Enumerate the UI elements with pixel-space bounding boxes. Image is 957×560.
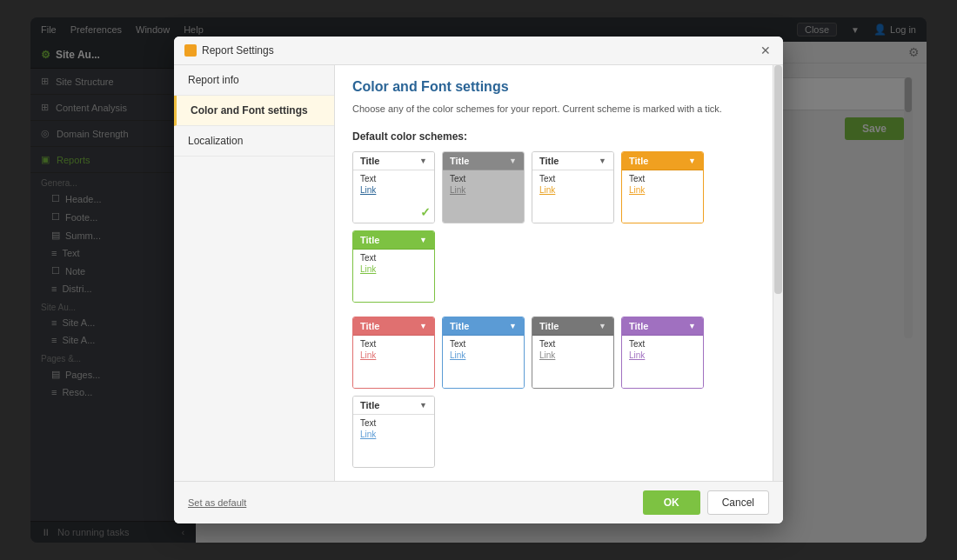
dropdown-icon-10: ▼ [419,401,427,410]
scheme-card-5[interactable]: Title ▼ Text Link [352,230,435,303]
scheme-card-10[interactable]: Title ▼ Text Link [352,396,435,468]
scheme-card-4[interactable]: Title ▼ Text Link [621,151,704,223]
default-schemes-label: Default color schemes: [352,130,755,143]
orange-box-icon [184,44,197,57]
modal-description: Choose any of the color schemes for your… [352,102,755,117]
modal-body: Report info Color and Font settings Loca… [174,65,783,481]
ok-button[interactable]: OK [643,490,700,515]
dropdown-icon-6: ▼ [419,322,427,330]
modal-heading: Color and Font settings [352,79,755,95]
scheme-card-2[interactable]: Title ▼ Text Link [442,151,525,223]
modal-titlebar: Report Settings ✕ [174,37,783,65]
modal-nav-report-info[interactable]: Report info [174,65,334,96]
dropdown-icon-3: ▼ [599,157,606,165]
modal-nav-localization[interactable]: Localization [174,126,334,157]
dropdown-icon-5: ▼ [419,236,427,244]
set-as-default-link[interactable]: Set as default [188,497,246,508]
report-settings-modal: Report Settings ✕ Report info Color and … [174,37,783,523]
cancel-button[interactable]: Cancel [707,490,769,515]
scheme-card-6[interactable]: Title ▼ Text Link [352,317,435,389]
dropdown-icon-2: ▼ [509,157,517,165]
selected-checkmark: ✓ [420,205,431,219]
scheme-card-7[interactable]: Title ▼ Text Link [442,317,525,389]
modal-title: Report Settings [184,44,274,57]
modal-content-area: Color and Font settings Choose any of th… [335,65,773,481]
modal-nav-color-font[interactable]: Color and Font settings [174,96,334,126]
modal-close-button[interactable]: ✕ [759,43,773,57]
scheme-card-8[interactable]: Title ▼ Text Link [532,317,614,389]
dropdown-icon-1: ▼ [419,157,427,165]
dropdown-icon-8: ▼ [599,322,606,330]
modal-scroll-thumb [774,65,782,294]
scheme-card-9[interactable]: Title ▼ Text Link [621,317,704,389]
modal-sidebar: Report info Color and Font settings Loca… [174,65,335,481]
footer-buttons: OK Cancel [643,490,769,515]
dropdown-icon-4: ▼ [688,157,696,165]
modal-overlay: Report Settings ✕ Report info Color and … [0,0,957,560]
scheme-card-1[interactable]: Title ▼ Text Link ✓ [352,151,435,223]
color-scheme-grid: Title ▼ Text Link ✓ Title ▼ [352,151,755,303]
dropdown-icon-9: ▼ [688,322,696,330]
color-scheme-grid-2: Title ▼ Text Link Title ▼ [352,317,755,468]
dropdown-icon-7: ▼ [509,322,517,330]
scheme-card-3[interactable]: Title ▼ Text Link [532,151,614,223]
modal-footer: Set as default OK Cancel [174,481,783,523]
modal-scrollbar[interactable] [773,65,783,481]
